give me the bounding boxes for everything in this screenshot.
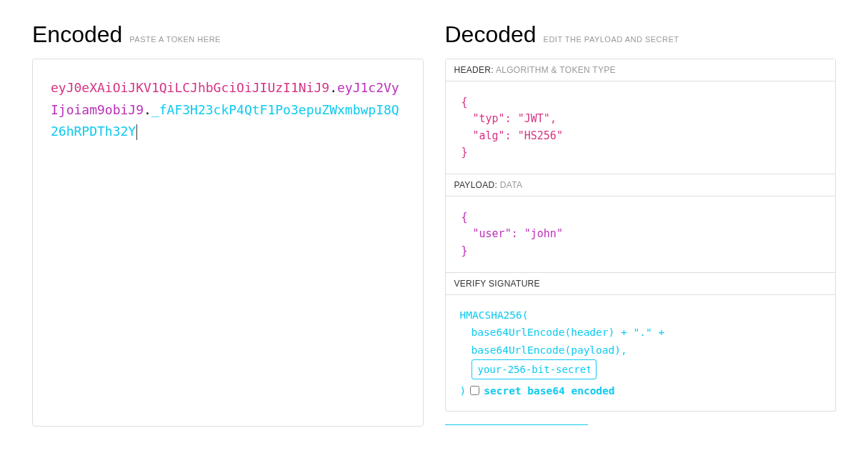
signature-panel-title: VERIFY SIGNATURE — [446, 273, 836, 295]
encoded-input[interactable]: eyJ0eXAiOiJKV1QiLCJhbGciOiJIUzI1NiJ9.eyJ… — [32, 59, 424, 427]
decoded-subtitle: EDIT THE PAYLOAD AND SECRET — [544, 35, 679, 44]
secret-base64-checkbox[interactable] — [470, 386, 479, 395]
header-panel: HEADER: ALGORITHM & TOKEN TYPE { "typ": … — [445, 59, 837, 174]
secret-base64-label: secret base64 encoded — [484, 382, 614, 400]
json-row: "alg": "HS256" — [462, 128, 820, 144]
token-dot-1: . — [329, 80, 337, 95]
secret-input[interactable] — [472, 359, 597, 379]
payload-panel: PAYLOAD: DATA { "user": "john" } — [445, 174, 837, 273]
encoded-title-row: Encoded PASTE A TOKEN HERE — [32, 21, 424, 48]
json-row: "typ": "JWT", — [462, 111, 820, 127]
encoded-title: Encoded — [32, 21, 122, 48]
signature-panel-body: HMACSHA256( base64UrlEncode(header) + ".… — [446, 295, 836, 412]
bottom-divider — [445, 424, 588, 425]
payload-panel-title: PAYLOAD: DATA — [446, 174, 836, 196]
decoded-title: Decoded — [445, 21, 537, 48]
header-panel-title: HEADER: ALGORITHM & TOKEN TYPE — [446, 59, 836, 81]
header-panel-body[interactable]: { "typ": "JWT","alg": "HS256" } — [446, 81, 836, 174]
sig-line-1: HMACSHA256( — [460, 307, 822, 324]
sig-close-paren: ) — [460, 382, 467, 400]
decoded-title-row: Decoded EDIT THE PAYLOAD AND SECRET — [445, 21, 837, 48]
encoded-subtitle: PASTE A TOKEN HERE — [129, 35, 221, 44]
sig-line-3: base64UrlEncode(payload), — [472, 344, 627, 356]
payload-panel-body[interactable]: { "user": "john" } — [446, 196, 836, 272]
encoded-column: Encoded PASTE A TOKEN HERE eyJ0eXAiOiJKV… — [32, 21, 424, 427]
decoded-column: Decoded EDIT THE PAYLOAD AND SECRET HEAD… — [445, 21, 837, 427]
text-cursor — [136, 124, 137, 140]
json-row: "user": "john" — [462, 226, 820, 242]
sig-line-2: base64UrlEncode(header) + "." + — [472, 327, 665, 338]
token-header-segment: eyJ0eXAiOiJKV1QiLCJhbGciOiJIUzI1NiJ9 — [51, 80, 329, 95]
token-dot-2: . — [144, 102, 151, 117]
signature-panel: VERIFY SIGNATURE HMACSHA256( base64UrlEn… — [445, 273, 837, 412]
decoded-panels: HEADER: ALGORITHM & TOKEN TYPE { "typ": … — [445, 59, 837, 412]
